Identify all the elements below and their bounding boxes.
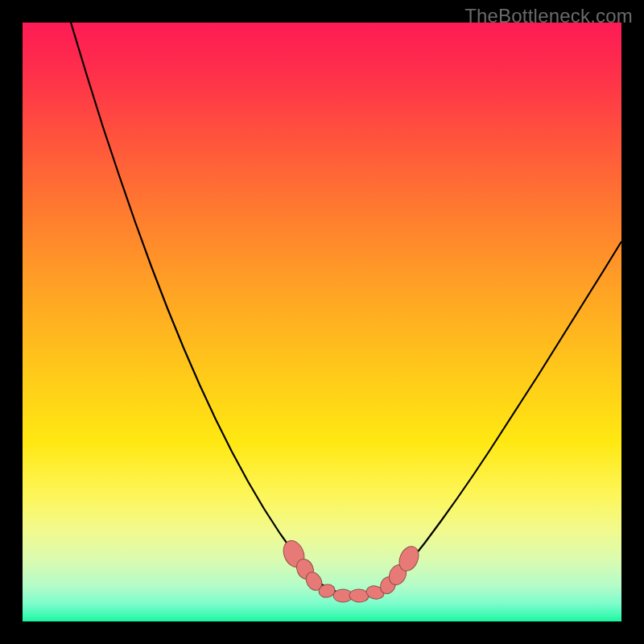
beads-group: [280, 538, 423, 603]
chart-svg: [23, 23, 621, 621]
plot-area: [23, 23, 621, 621]
right-curve: [389, 242, 621, 586]
chart-frame: TheBottleneck.com: [0, 0, 644, 644]
left-curve: [71, 23, 316, 581]
watermark-text: TheBottleneck.com: [464, 5, 633, 27]
bead: [349, 588, 369, 602]
